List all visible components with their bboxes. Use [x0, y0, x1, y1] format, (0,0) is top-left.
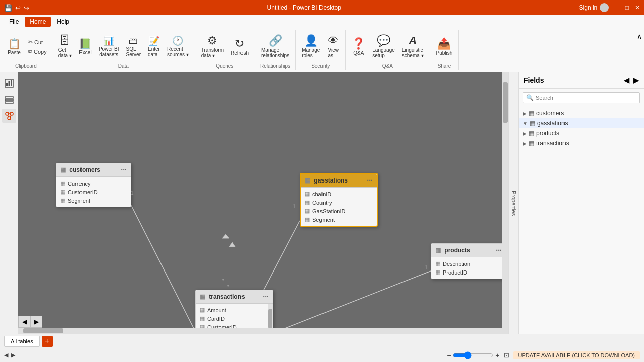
fields-expand-btn[interactable]: ◀: [624, 76, 629, 84]
products-table[interactable]: ▦ products ··· ▦ Description ▦ ProductID: [431, 243, 506, 279]
products-header: ▦ products ···: [431, 244, 506, 257]
svg-marker-22: [229, 242, 235, 247]
field-segment-cust: ▦ Segment: [56, 196, 131, 205]
transform-data-btn[interactable]: ⚙ Transformdata ▾: [198, 34, 227, 59]
qa-icon: ❓: [352, 38, 365, 49]
titlebar-left-icons: 💾 ↩ ↪: [4, 4, 29, 12]
transactions-header: ▦ transactions ···: [196, 290, 273, 304]
relationships-icon: 🔗: [269, 35, 282, 46]
field-gasstationid: ▦ GasStationID: [301, 207, 377, 215]
queries-label: Queries: [216, 63, 233, 70]
field-currency: ▦ Currency: [56, 179, 131, 188]
minimize-btn[interactable]: ─: [615, 4, 619, 11]
cut-btn[interactable]: ✂ Cut: [26, 38, 49, 46]
update-available-banner[interactable]: UPDATE AVAILABLE (CLICK TO DOWNLOAD): [513, 351, 640, 359]
fields-search-input[interactable]: [536, 95, 636, 101]
tree-item-customers[interactable]: ▶ ▦ customers: [519, 108, 644, 118]
menu-home[interactable]: Home: [25, 17, 51, 27]
data-view-icon[interactable]: [2, 93, 16, 107]
publish-icon: 📤: [437, 38, 451, 49]
properties-tab[interactable]: Properties: [509, 72, 519, 334]
table-icon-customers: ▦: [529, 110, 534, 117]
qa-btn[interactable]: ❓ Q&A: [349, 37, 368, 57]
tree-item-gasstations[interactable]: ▼ ▦ gasstations: [519, 118, 644, 128]
customers-table[interactable]: ▦ customers ··· ▦ Currency ▦ CustomerID …: [56, 163, 131, 207]
publish-btn[interactable]: 📤 Publish: [433, 37, 456, 57]
sign-in[interactable]: Sign in: [579, 3, 609, 12]
transactions-table-icon: ▦: [200, 293, 205, 300]
fields-search-box[interactable]: 🔍: [523, 92, 640, 103]
paste-btn[interactable]: 📋 Paste: [3, 38, 25, 56]
manage-relationships-btn[interactable]: 🔗 Managerelationships: [258, 34, 292, 59]
collapse-ribbon-btn[interactable]: ∧: [635, 30, 644, 70]
excel-btn[interactable]: 📗 Excel: [76, 38, 95, 56]
field-chainid: ▦ chainID: [301, 190, 377, 198]
customers-table-icon: ▦: [60, 166, 66, 173]
get-data-btn[interactable]: 🗄 Getdata ▾: [55, 34, 75, 59]
powerbi-datasets-icon: 📊: [103, 36, 114, 45]
recent-sources-btn[interactable]: 🕐 Recentsources ▾: [164, 35, 192, 58]
customers-body: ▦ Currency ▦ CustomerID ▦ Segment: [56, 177, 131, 207]
view-as-btn[interactable]: 👁 Viewas: [324, 34, 342, 59]
gasstations-menu-btn[interactable]: ···: [367, 176, 373, 185]
field-segment-gas: ▦ Segment: [301, 215, 377, 224]
canvas-scrollbar-h[interactable]: [18, 328, 502, 334]
table-icon-products: ▦: [529, 130, 534, 137]
save-icon[interactable]: 💾: [4, 4, 12, 12]
undo-icon[interactable]: ↩: [15, 4, 21, 12]
copy-btn[interactable]: ⧉ Copy: [26, 47, 49, 56]
tree-item-transactions[interactable]: ▶ ▦ transactions: [519, 138, 644, 148]
svg-text:1: 1: [293, 204, 296, 209]
ribbon-share: 📤 Publish Share: [430, 30, 459, 70]
tree-item-products[interactable]: ▶ ▦ products: [519, 128, 644, 138]
zoom-plus-btn[interactable]: +: [495, 351, 499, 359]
powerbi-datasets-btn[interactable]: 📊 Power BIdatasets: [96, 35, 122, 58]
zoom-minus-btn[interactable]: −: [447, 351, 451, 359]
scroll-left-btn[interactable]: ◀: [18, 316, 30, 328]
svg-rect-5: [5, 99, 13, 101]
language-setup-btn[interactable]: 💬 Languagesetup: [369, 34, 398, 59]
expand-products-icon: ▶: [523, 131, 527, 136]
model-view-icon[interactable]: [2, 109, 16, 123]
transactions-table[interactable]: ▦ transactions ··· ▦ Amount ▦ CardID ▦ C…: [195, 290, 273, 334]
redo-icon[interactable]: ↪: [24, 4, 29, 12]
svg-point-7: [6, 112, 9, 115]
maximize-btn[interactable]: □: [625, 4, 629, 11]
gasstations-table[interactable]: ▦ gasstations ··· ▦ chainID ▦ Country ▦ …: [300, 173, 378, 227]
close-btn[interactable]: ✕: [635, 4, 640, 11]
manage-roles-btn[interactable]: 👤 Manageroles: [299, 34, 323, 59]
enter-data-btn[interactable]: 📝 Enterdata: [145, 35, 163, 58]
ribbon-security: 👤 Manageroles 👁 Viewas Security: [296, 30, 346, 70]
transactions-menu-btn[interactable]: ···: [263, 293, 269, 301]
fit-page-btn[interactable]: ⊡: [504, 351, 509, 359]
customers-menu-btn[interactable]: ···: [121, 166, 127, 174]
fields-collapse-btn[interactable]: ▶: [633, 76, 639, 84]
page-forward-btn[interactable]: ▶: [11, 352, 15, 358]
field-productid-prod: ▦ ProductID: [431, 268, 506, 277]
field-customerid-cust: ▦ CustomerID: [56, 188, 131, 196]
menu-help[interactable]: Help: [52, 17, 74, 27]
scroll-right-btn[interactable]: ▶: [30, 316, 42, 328]
sql-server-btn[interactable]: 🗃 SQLServer: [123, 35, 144, 58]
page-back-btn[interactable]: ◀: [4, 352, 8, 358]
report-view-icon[interactable]: [2, 76, 16, 90]
svg-text:1: 1: [425, 265, 428, 270]
fields-tree: ▶ ▦ customers ▼ ▦ gasstations ▶ ▦ produc…: [519, 106, 644, 150]
sql-icon: 🗃: [129, 36, 138, 45]
products-menu-btn[interactable]: ···: [496, 246, 502, 254]
ribbon-qa: ❓ Q&A 💬 Languagesetup A Linguisticschema…: [346, 30, 430, 70]
refresh-btn[interactable]: ↻ Refresh: [228, 37, 252, 57]
svg-text:*: *: [222, 278, 225, 284]
add-tab-btn[interactable]: +: [42, 336, 53, 347]
svg-rect-3: [11, 80, 12, 86]
canvas-scrollbar-v[interactable]: [502, 72, 508, 334]
tab-all-tables[interactable]: All tables: [4, 336, 40, 347]
svg-rect-1: [6, 83, 8, 86]
model-canvas[interactable]: 1 1 1 * * ▦ customers ···: [18, 72, 508, 334]
linguistic-schema-btn[interactable]: A Linguisticschema ▾: [399, 34, 427, 59]
zoom-slider[interactable]: [453, 351, 493, 359]
svg-point-8: [10, 112, 13, 115]
svg-rect-2: [8, 81, 10, 86]
manage-roles-icon: 👤: [304, 35, 318, 46]
menu-file[interactable]: File: [4, 17, 24, 27]
